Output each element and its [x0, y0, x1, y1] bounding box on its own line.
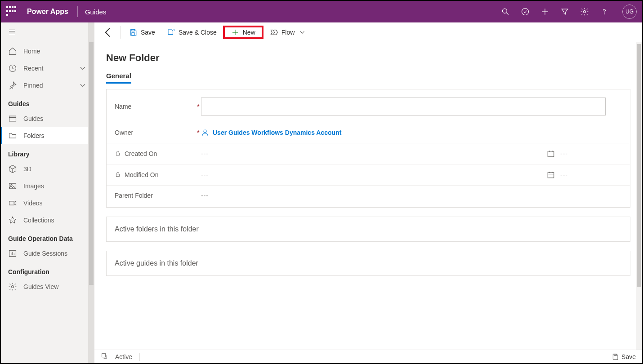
sidebar-item-guide-sessions[interactable]: Guide Sessions	[1, 245, 94, 262]
sidebar-item-pinned[interactable]: Pinned	[1, 77, 94, 94]
sidebar-item-recent[interactable]: Recent	[1, 60, 94, 77]
settings-gear-icon[interactable]	[580, 7, 589, 16]
sidebar-item-videos[interactable]: Videos	[1, 195, 94, 212]
sidebar-item-label: Images	[23, 182, 44, 190]
sidebar-section-library: Library	[1, 144, 94, 160]
sidebar-item-home[interactable]: Home	[1, 43, 94, 60]
parentfolder-value[interactable]: ---	[201, 192, 209, 199]
subgrid-guides-title: Active guides in this folder	[115, 259, 198, 267]
name-input[interactable]	[201, 98, 606, 115]
general-section: Name * Owner * User Guides Workflows Dyn…	[106, 89, 630, 208]
sidebar-item-label: Guides View	[23, 283, 58, 290]
sidebar-item-guides-view[interactable]: Guides View	[1, 278, 94, 295]
save-close-button[interactable]: Save & Close	[161, 26, 222, 39]
sidebar-item-guides[interactable]: Guides	[1, 110, 94, 127]
svg-rect-26	[116, 153, 120, 155]
new-label: New	[243, 29, 255, 36]
help-icon[interactable]	[600, 7, 609, 16]
sidebar-section-guides: Guides	[1, 94, 94, 110]
record-state: Active	[115, 353, 132, 360]
svg-rect-31	[116, 174, 120, 176]
sidebar-item-label: Videos	[23, 200, 43, 207]
sidebar-item-label: Home	[23, 48, 40, 55]
owner-value: User Guides Workflows Dynamics Account	[213, 129, 341, 136]
search-icon[interactable]	[501, 7, 510, 16]
sidebar-toggle[interactable]	[1, 22, 94, 43]
svg-rect-36	[102, 354, 106, 357]
modifiedon-time-value: ---	[560, 171, 568, 178]
chart-icon	[8, 249, 17, 258]
app-name: Power Apps	[27, 8, 68, 16]
task-checker-icon[interactable]	[521, 7, 530, 16]
status-separator	[139, 353, 140, 361]
field-modifiedon-label: Modified On	[125, 171, 158, 178]
sidebar-item-collections[interactable]: Collections	[1, 212, 94, 229]
plus-icon	[231, 28, 239, 36]
chevron-down-icon	[78, 64, 87, 73]
required-indicator: *	[196, 103, 201, 110]
new-button[interactable]: New	[223, 26, 263, 39]
chevron-down-icon	[78, 81, 87, 90]
svg-line-1	[507, 13, 509, 15]
filter-icon[interactable]	[560, 7, 569, 16]
lock-icon	[115, 150, 121, 158]
svg-rect-37	[614, 354, 616, 355]
svg-point-2	[522, 9, 529, 15]
clock-icon	[8, 64, 17, 73]
save-close-label: Save & Close	[179, 29, 217, 36]
footer-save-button[interactable]: Save	[612, 353, 636, 360]
subgrid-active-guides: Active guides in this folder	[106, 251, 630, 276]
user-avatar[interactable]: UG	[622, 4, 637, 19]
field-createdon-row: Created On --- ---	[107, 143, 630, 164]
header-divider	[77, 6, 78, 17]
sidebar-item-folders[interactable]: Folders	[1, 127, 94, 144]
createdon-time-value: ---	[560, 150, 568, 157]
calendar-icon	[547, 171, 555, 179]
folder-icon	[8, 131, 17, 140]
modifiedon-date-value: ---	[201, 171, 209, 178]
sidebar-item-images[interactable]: Images	[1, 178, 94, 195]
save-label: Save	[141, 29, 155, 36]
star-icon	[8, 216, 17, 225]
back-button[interactable]	[101, 25, 115, 40]
content-scrollbar[interactable]	[636, 42, 642, 350]
sidebar-scrollbar[interactable]	[88, 22, 94, 363]
sidebar-item-label: Recent	[23, 65, 43, 72]
person-icon	[201, 129, 209, 137]
sidebar-section-opdata: Guide Operation Data	[1, 229, 94, 245]
main-area: Save Save & Close New Flow New Folder Ge…	[94, 22, 642, 363]
calendar-icon	[547, 150, 555, 158]
field-owner-row: Owner * User Guides Workflows Dynamics A…	[107, 122, 630, 143]
sidebar-item-3d[interactable]: 3D	[1, 160, 94, 178]
command-separator	[121, 26, 121, 39]
createdon-date-value: ---	[201, 150, 209, 157]
svg-rect-32	[548, 173, 554, 178]
flow-label: Flow	[281, 29, 295, 36]
gear-icon	[8, 282, 17, 291]
video-icon	[8, 199, 17, 208]
svg-point-0	[502, 9, 507, 13]
save-button[interactable]: Save	[124, 26, 161, 39]
add-icon[interactable]	[540, 7, 549, 16]
footer-save-label: Save	[621, 353, 636, 360]
save-icon	[129, 28, 137, 36]
tab-general[interactable]: General	[106, 72, 131, 84]
flow-button[interactable]: Flow	[264, 26, 312, 39]
svg-rect-27	[548, 151, 554, 157]
svg-point-20	[12, 286, 14, 288]
lock-icon	[115, 171, 121, 179]
popout-icon[interactable]	[101, 352, 108, 361]
app-launcher-icon[interactable]	[6, 6, 17, 17]
sidebar-item-label: 3D	[23, 165, 31, 173]
command-bar: Save Save & Close New Flow	[94, 22, 642, 42]
svg-point-5	[584, 11, 586, 13]
field-name-row: Name *	[107, 91, 630, 122]
environment-name[interactable]: Guides	[85, 8, 107, 16]
sidebar-item-label: Folders	[23, 132, 45, 139]
svg-rect-21	[132, 29, 134, 31]
home-icon	[8, 47, 17, 56]
field-modifiedon-row: Modified On --- ---	[107, 164, 630, 186]
save-icon	[612, 353, 619, 360]
save-close-icon	[167, 28, 175, 36]
owner-lookup[interactable]: User Guides Workflows Dynamics Account	[201, 129, 341, 137]
